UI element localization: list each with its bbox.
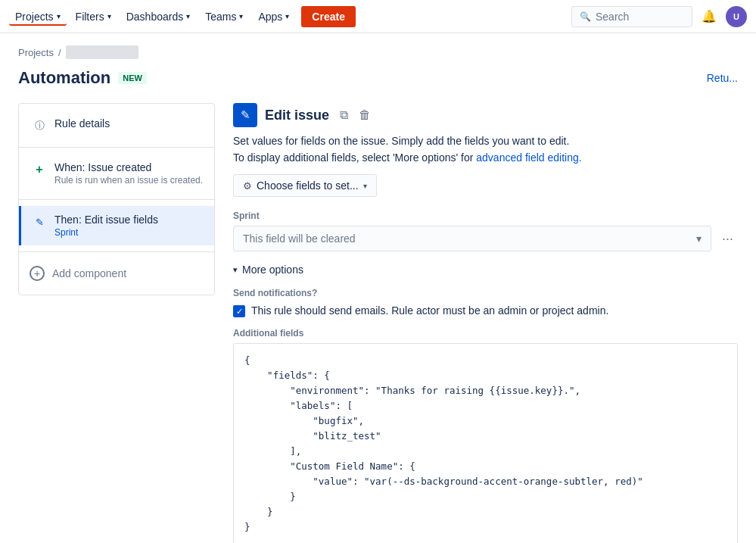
chevron-down-icon: ▾ (285, 12, 289, 20)
send-notifications-label: Send notifications? (233, 288, 738, 298)
user-avatar[interactable]: U (726, 6, 747, 27)
sprint-select[interactable]: This field will be cleared ▾ (233, 226, 711, 251)
sprint-field-row: This field will be cleared ▾ ··· (233, 226, 738, 251)
note-prefix: To display additional fields, select 'Mo… (233, 151, 473, 164)
sidebar-rule-details-label: Rule details (54, 117, 204, 130)
sidebar-divider-1 (19, 147, 214, 148)
chevron-down-icon: ▾ (107, 12, 111, 20)
sidebar-then-tag: Sprint (54, 227, 204, 238)
sidebar-rule-details-content: Rule details (54, 117, 204, 130)
return-link[interactable]: Retu... (707, 72, 738, 84)
navbar-right: 🔍 Search 🔔 U (571, 6, 747, 27)
add-circle-icon: + (30, 266, 45, 281)
edit-icon-box: ✎ (233, 103, 257, 127)
sidebar-add-component[interactable]: + Add component (19, 258, 214, 289)
nav-projects[interactable]: Projects ▾ (9, 8, 67, 26)
page-container: Projects / Automation NEW Retu... ⓘ Rule… (0, 33, 756, 543)
create-button[interactable]: Create (301, 6, 356, 27)
nav-filters-label: Filters (76, 11, 104, 23)
breadcrumb: Projects / (18, 45, 738, 59)
choose-fields-button[interactable]: ⚙ Choose fields to set... ▾ (233, 174, 377, 197)
nav-teams-label: Teams (205, 11, 236, 23)
more-options-toggle[interactable]: ▾ More options (233, 264, 738, 276)
chevron-down-icon: ▾ (239, 12, 243, 20)
delete-button[interactable]: 🗑 (356, 107, 374, 123)
sprint-more-button[interactable]: ··· (717, 228, 738, 250)
sidebar-divider-2 (19, 199, 214, 200)
sidebar-then-content: Then: Edit issue fields Sprint (54, 214, 204, 238)
breadcrumb-separator: / (58, 47, 61, 58)
edit-issue-header: ✎ Edit issue ⧉ 🗑 (233, 103, 738, 127)
nav-apps[interactable]: Apps ▾ (252, 8, 295, 26)
chevron-down-icon: ▾ (696, 232, 702, 245)
right-panel: ✎ Edit issue ⧉ 🗑 Set values for fields o… (233, 103, 738, 543)
navbar: Projects ▾ Filters ▾ Dashboards ▾ Teams … (0, 0, 756, 33)
chevron-down-icon: ▾ (186, 12, 190, 20)
info-icon: ⓘ (32, 118, 47, 133)
additional-fields-label: Additional fields (233, 328, 738, 339)
sprint-label: Sprint (233, 211, 738, 221)
sidebar-item-rule-details[interactable]: ⓘ Rule details (19, 110, 214, 141)
search-box[interactable]: 🔍 Search (571, 6, 692, 27)
nav-projects-label: Projects (15, 11, 54, 23)
nav-apps-label: Apps (258, 11, 282, 23)
sidebar-when-subtitle: Rule is run when an issue is created. (54, 175, 204, 186)
breadcrumb-current (66, 45, 138, 59)
more-options-label: More options (242, 264, 303, 276)
sidebar-item-then[interactable]: ✎ Then: Edit issue fields Sprint (19, 206, 214, 245)
breadcrumb-projects[interactable]: Projects (18, 47, 54, 58)
sprint-field-section: Sprint This field will be cleared ▾ ··· (233, 211, 738, 251)
page-header: Automation NEW Retu... (18, 68, 738, 88)
nav-teams[interactable]: Teams ▾ (199, 8, 249, 26)
plus-icon: + (32, 162, 47, 177)
page-title-area: Automation NEW (18, 68, 147, 88)
sprint-select-value: This field will be cleared (243, 232, 356, 245)
json-editor[interactable]: { "fields": { "environment": "Thanks for… (233, 343, 738, 543)
chevron-down-icon: ▾ (233, 265, 238, 275)
edit-issue-actions: ⧉ 🗑 (337, 107, 374, 123)
nav-dashboards-label: Dashboards (126, 11, 184, 23)
navbar-left: Projects ▾ Filters ▾ Dashboards ▾ Teams … (9, 6, 571, 27)
sidebar-add-label: Add component (52, 267, 126, 279)
sidebar-when-content: When: Issue created Rule is run when an … (54, 161, 204, 186)
choose-fields-label: Choose fields to set... (257, 179, 359, 192)
advanced-editing-link[interactable]: advanced field editing. (476, 151, 581, 164)
search-icon: 🔍 (580, 11, 591, 22)
edit-issue-desc: Set values for fields on the issue. Simp… (233, 135, 738, 147)
chevron-down-icon: ▾ (363, 182, 367, 190)
send-emails-checkbox[interactable]: ✓ (233, 305, 245, 317)
nav-filters[interactable]: Filters ▾ (70, 8, 117, 26)
notifications-bell[interactable]: 🔔 (698, 6, 720, 27)
edit-issue-title: Edit issue (265, 108, 329, 123)
sidebar-item-when[interactable]: + When: Issue created Rule is run when a… (19, 154, 214, 193)
checkbox-row: ✓ This rule should send emails. Rule act… (233, 304, 738, 317)
chevron-down-icon: ▾ (57, 12, 61, 20)
sidebar-then-label: Then: Edit issue fields (54, 214, 204, 226)
gear-icon: ⚙ (243, 180, 252, 192)
new-badge: NEW (118, 72, 147, 84)
nav-dashboards[interactable]: Dashboards ▾ (120, 8, 197, 26)
edit-issue-note: To display additional fields, select 'Mo… (233, 151, 738, 164)
sidebar-divider-3 (19, 251, 214, 252)
pencil-icon: ✎ (32, 214, 47, 229)
main-layout: ⓘ Rule details + When: Issue created Rul… (18, 103, 738, 543)
search-placeholder: Search (596, 11, 629, 23)
copy-button[interactable]: ⧉ (337, 107, 351, 123)
more-options-section: Send notifications? ✓ This rule should s… (233, 288, 738, 543)
checkbox-text: This rule should send emails. Rule actor… (251, 304, 608, 317)
page-title: Automation (18, 68, 110, 88)
sidebar-when-label: When: Issue created (54, 161, 204, 173)
sidebar: ⓘ Rule details + When: Issue created Rul… (18, 103, 215, 295)
